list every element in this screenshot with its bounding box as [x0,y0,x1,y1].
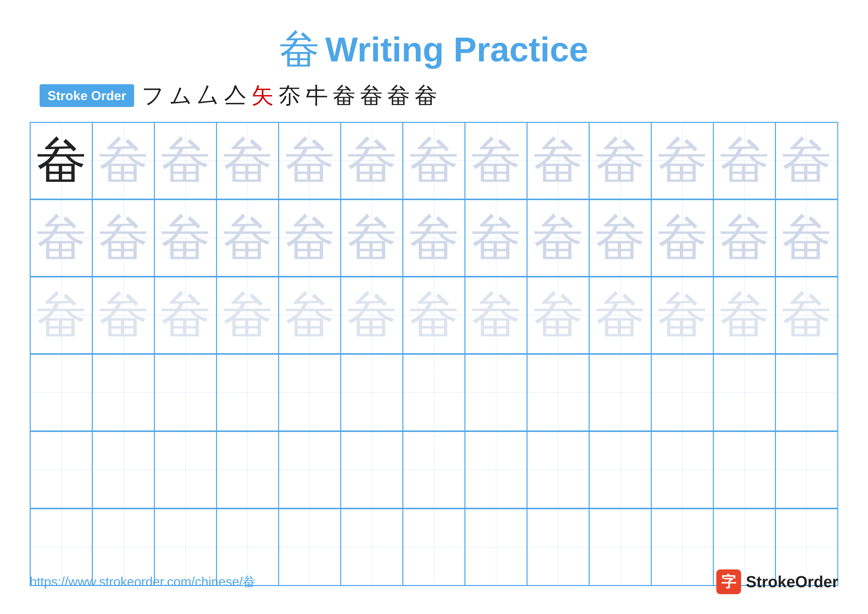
grid-cell[interactable]: 畚 [30,122,92,199]
grid-cell[interactable]: 畚 [341,122,403,199]
grid-cell[interactable] [589,431,651,508]
grid-cell[interactable] [92,354,154,431]
stroke-order-badge: Stroke Order [40,84,134,107]
grid-cell[interactable] [92,431,154,508]
grid-row-5 [30,431,838,509]
grid-cell[interactable] [527,431,589,508]
grid-cell[interactable] [217,431,279,508]
grid-cell[interactable]: 畚 [403,200,465,277]
grid-cell[interactable] [154,431,217,508]
practice-character: 畚 [37,213,86,263]
grid-cell[interactable]: 畚 [154,122,217,199]
grid-cell[interactable]: 畚 [217,200,279,277]
grid-cell[interactable] [775,431,837,508]
grid-cell[interactable] [279,354,341,431]
practice-character: 畚 [471,136,521,185]
grid-cell[interactable]: 畚 [217,122,279,199]
grid-cell[interactable]: 畚 [775,277,837,354]
practice-character: 畚 [658,291,707,340]
grid-cell[interactable]: 畚 [651,200,713,277]
grid-cell[interactable] [465,354,527,431]
grid-cell[interactable] [154,354,217,431]
practice-character: 畚 [37,291,86,340]
stroke-sequence: フム厶亼矢夵㐄畚畚畚畚 [141,84,437,107]
stroke-step-11: 畚 [415,84,437,107]
grid-cell[interactable]: 畚 [465,122,527,199]
stroke-step-6: 夵 [279,84,301,107]
practice-character: 畚 [533,291,583,340]
grid-cell[interactable] [589,354,651,431]
practice-character: 畚 [99,136,148,185]
practice-character: 畚 [347,213,397,263]
grid-cell[interactable]: 畚 [341,277,403,354]
practice-character: 畚 [161,136,210,185]
grid-cell[interactable] [651,431,713,508]
grid-cell[interactable]: 畚 [92,277,154,354]
grid-cell[interactable]: 畚 [651,277,713,354]
practice-character: 畚 [99,213,148,263]
grid-cell[interactable]: 畚 [154,200,217,277]
grid-cell[interactable]: 畚 [403,277,465,354]
grid-cell[interactable]: 畚 [527,277,589,354]
grid-cell[interactable]: 畚 [341,200,403,277]
grid-row-3: 畚畚畚畚畚畚畚畚畚畚畚畚畚 [30,277,838,354]
practice-character: 畚 [409,136,459,185]
footer: https://www.strokeorder.com/chinese/畚 字 … [30,569,838,594]
practice-character: 畚 [720,136,769,185]
grid-cell[interactable]: 畚 [713,277,775,354]
grid-cell[interactable]: 畚 [30,277,92,354]
grid-cell[interactable]: 畚 [713,200,775,277]
grid-cell[interactable] [465,431,527,508]
grid-cell[interactable]: 畚 [217,277,279,354]
grid-cell[interactable] [341,431,403,508]
practice-character: 畚 [471,291,521,340]
grid-cell[interactable]: 畚 [527,200,589,277]
practice-character: 畚 [720,291,769,340]
grid-cell[interactable]: 畚 [651,122,713,199]
practice-character: 畚 [471,213,521,263]
grid-cell[interactable]: 畚 [465,277,527,354]
grid-cell[interactable]: 畚 [279,277,341,354]
practice-character: 畚 [347,136,397,185]
practice-character: 畚 [99,291,148,340]
stroke-step-1: フ [141,84,164,107]
grid-cell[interactable]: 畚 [589,200,651,277]
grid-cell[interactable]: 畚 [92,122,154,199]
grid-cell[interactable]: 畚 [465,200,527,277]
grid-cell[interactable]: 畚 [154,277,217,354]
grid-cell[interactable]: 畚 [279,200,341,277]
practice-character: 畚 [409,213,459,263]
stroke-step-7: 㐄 [306,84,328,107]
grid-cell[interactable] [713,354,775,431]
practice-character: 畚 [595,291,645,340]
grid-cell[interactable] [341,354,403,431]
brand-name: StrokeOrder [746,573,838,591]
practice-grid: 畚畚畚畚畚畚畚畚畚畚畚畚畚畚畚畚畚畚畚畚畚畚畚畚畚畚畚畚畚畚畚畚畚畚畚畚畚畚畚 [30,122,838,586]
practice-character: 畚 [161,291,210,340]
grid-cell[interactable] [713,431,775,508]
grid-cell[interactable]: 畚 [713,122,775,199]
grid-cell[interactable] [527,354,589,431]
practice-character: 畚 [595,213,645,263]
practice-character: 畚 [595,136,645,185]
grid-cell[interactable]: 畚 [279,122,341,199]
grid-cell[interactable]: 畚 [589,122,651,199]
grid-cell[interactable] [30,431,92,508]
grid-cell[interactable]: 畚 [30,200,92,277]
grid-cell[interactable]: 畚 [403,122,465,199]
grid-cell[interactable]: 畚 [775,200,837,277]
grid-cell[interactable]: 畚 [589,277,651,354]
page: 畚 Writing Practice Stroke Order フム厶亼矢夵㐄畚… [0,0,868,614]
grid-cell[interactable]: 畚 [775,122,837,199]
grid-cell[interactable] [279,431,341,508]
grid-cell[interactable] [403,431,465,508]
title-text: Writing Practice [325,32,588,67]
grid-cell[interactable]: 畚 [527,122,589,199]
grid-cell[interactable] [403,354,465,431]
grid-cell[interactable] [651,354,713,431]
stroke-step-2: ム [169,84,192,107]
grid-cell[interactable] [217,354,279,431]
grid-cell[interactable] [30,354,92,431]
grid-cell[interactable]: 畚 [92,200,154,277]
grid-cell[interactable] [775,354,837,431]
